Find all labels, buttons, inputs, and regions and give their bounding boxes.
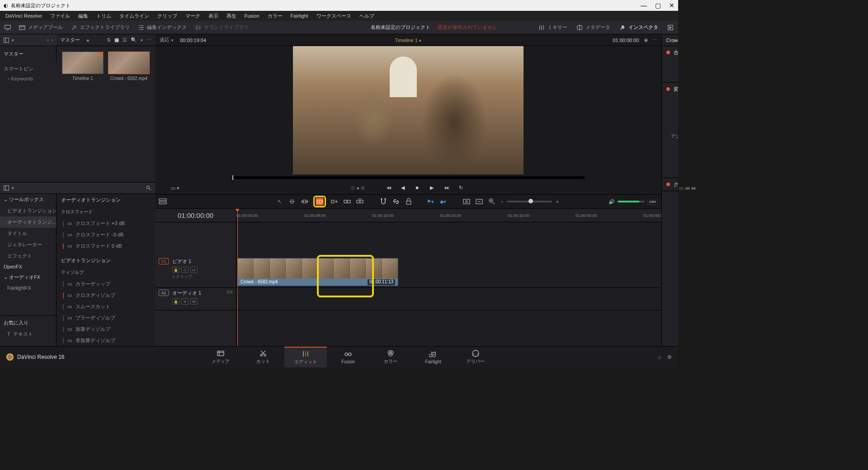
track-v1-lock[interactable]: 🔒 [172, 267, 179, 273]
timeline-view-icon[interactable] [159, 197, 167, 206]
page-color[interactable]: カラー [369, 347, 412, 368]
link-icon[interactable] [392, 197, 400, 206]
playhead[interactable] [237, 209, 238, 346]
page-edit[interactable]: エディット [284, 347, 327, 368]
menu-trim[interactable]: トリム [93, 11, 115, 21]
fx-crossfade-plus3[interactable]: ▭ クロスフェード +3 dB [57, 218, 155, 229]
zoom-to-fit-icon[interactable] [462, 197, 471, 206]
fx-blurdissolve[interactable]: ▭ ブラーディゾルブ [57, 312, 155, 324]
blade-tool[interactable] [316, 197, 324, 206]
detail-zoom-icon[interactable] [475, 197, 483, 206]
filter-chevron-icon[interactable]: ▾ [141, 38, 143, 42]
fxlib-toggle[interactable]: エフェクトライブラリ [71, 24, 130, 31]
menu-file[interactable]: ファイル [47, 11, 74, 21]
fx-tree-openfx[interactable]: OpenFX [0, 262, 56, 272]
menu-clip[interactable]: クリップ [154, 11, 181, 21]
clip-crowd[interactable]: Crowd - 6582.mp4 01:00:11:13 [237, 258, 398, 286]
smartbin-header[interactable]: スマートビン [4, 66, 53, 72]
menu-workspace[interactable]: ワークスペース [313, 11, 355, 21]
mediapool-item-crowd[interactable]: Crowd - 6582.mp4 [108, 52, 150, 81]
breadcrumb-master[interactable]: マスター [60, 37, 80, 43]
fx-colordip[interactable]: ▭ カラーディップ [57, 278, 155, 290]
sort-icon[interactable]: ⇅ [107, 37, 111, 43]
track-a1-mute[interactable]: M [190, 298, 198, 305]
menu-mark[interactable]: マーク [182, 11, 204, 21]
first-frame-button[interactable]: ⏮ [387, 185, 393, 191]
fx-tree-title[interactable]: タイトル [0, 228, 56, 239]
mixer-toggle[interactable]: ミキサー [538, 24, 567, 31]
menu-davinci[interactable]: DaVinci Resolve [2, 12, 46, 20]
overwrite-icon[interactable] [343, 197, 351, 206]
track-a1-lock[interactable]: 🔒 [172, 298, 179, 305]
last-frame-button[interactable]: ⏭ [444, 185, 451, 191]
soundlib-toggle[interactable]: サウンドライブラリ [195, 24, 249, 31]
chevron-left-icon[interactable]: ‹ [47, 38, 48, 42]
menu-view[interactable]: 表示 [205, 11, 222, 21]
monitor-icon[interactable] [5, 24, 11, 31]
scopes-icon[interactable]: ◉ [644, 37, 648, 43]
fx-smoothcut[interactable]: ▭ スムースカット [57, 301, 155, 312]
fx-additivedissolve[interactable]: ▭ 加算ディゾルブ [57, 324, 155, 335]
prev-frame-button[interactable]: ◀ [401, 185, 407, 191]
track-a1-badge[interactable]: A1 [159, 290, 169, 296]
snap-icon[interactable] [379, 197, 387, 206]
loop-button[interactable]: ↻ [459, 185, 465, 191]
track-v1-badge[interactable]: V1 [159, 258, 169, 264]
trim-tool[interactable] [288, 197, 296, 206]
timeline-timecode[interactable]: 01:00:00:00 [155, 209, 236, 222]
fx-crossfade-minus3[interactable]: ▭ クロスフェード -3 dB [57, 229, 155, 240]
menu-fairlight[interactable]: Fairlight [287, 12, 312, 20]
page-fairlight[interactable]: Fairlight [412, 347, 454, 368]
track-header-a1[interactable]: A1 オーディオ 1 2.0 🔒 S M [155, 288, 236, 310]
fx-crossdissolve[interactable]: ▭ クロスディゾルブ [57, 290, 155, 301]
volume-icon[interactable]: 🔊 [609, 199, 615, 205]
menu-help[interactable]: ヘルプ [356, 11, 378, 21]
timeline-ruler[interactable]: 01:00:00:00 01:00:08:00 01:00:16:00 01:0… [236, 209, 661, 222]
track-v1-lane[interactable]: Crowd - 6582.mp4 01:00:11:13 [236, 256, 661, 288]
page-fusion[interactable]: Fusion [327, 347, 369, 368]
fx-tree-fairlightfx[interactable]: FairlightFX [0, 283, 56, 293]
track-v1-disable[interactable]: ▭ [190, 267, 198, 273]
viewer-timecode[interactable]: 01:00:00:00 [613, 38, 639, 43]
viewer-scrubber[interactable] [232, 176, 585, 179]
menu-timeline[interactable]: タイムライン [116, 11, 153, 21]
grid-view-icon[interactable]: ▦ [114, 37, 119, 43]
insert-icon[interactable] [330, 197, 339, 206]
track-v1-auto[interactable]: ◇ [181, 267, 189, 273]
smartbin-keywords[interactable]: › Keywords [4, 76, 53, 81]
fx-tree-generator[interactable]: ジェネレーター [0, 239, 56, 250]
crop-enable-dot[interactable] [666, 183, 670, 186]
fx-fav-text[interactable]: T テキスト [0, 329, 56, 340]
fx-tree-toolbox[interactable]: ⌄ ツールボックス [0, 194, 56, 205]
bin-master[interactable]: マスター [4, 48, 52, 60]
play-button[interactable]: ▶ [430, 185, 436, 191]
inspector-toggle[interactable]: インスペクタ [619, 24, 658, 31]
fx-tree-videotrans[interactable]: ビデオトランジション [0, 205, 56, 216]
arrow-tool[interactable]: ↖ [275, 197, 283, 206]
volume-slider[interactable] [618, 201, 645, 202]
inspector-transform-header[interactable]: 変形 ◆ ↻ [662, 83, 678, 95]
more-icon[interactable]: ⋯ [146, 37, 151, 43]
mediapool-toggle[interactable]: メディアプール [19, 24, 63, 31]
chevron-down-icon[interactable]: ▾ [12, 186, 14, 190]
editindex-toggle[interactable]: 編集インデックス [138, 24, 187, 31]
zoom-out-button[interactable]: − [500, 199, 503, 204]
fx-crossfade-0[interactable]: ▭ クロスフェード 0 dB [57, 240, 155, 252]
replace-icon[interactable] [356, 197, 364, 206]
page-cut[interactable]: カット [242, 347, 284, 368]
fx-nonadditivedissolve[interactable]: ▭ 非加算ディゾルブ [57, 335, 155, 346]
track-a1-lane[interactable] [236, 288, 661, 310]
close-button[interactable]: ✕ [669, 2, 675, 9]
project-settings-icon[interactable]: ⚙ [667, 354, 672, 360]
zoom-slider[interactable] [507, 201, 552, 202]
menu-fusion[interactable]: Fusion [241, 12, 263, 20]
menu-color[interactable]: カラー [264, 11, 286, 21]
minimize-button[interactable]: — [641, 2, 647, 9]
page-media[interactable]: メディア [199, 347, 242, 368]
menu-edit[interactable]: 編集 [75, 11, 92, 21]
fx-tree-audiofx[interactable]: ⌄ オーディオFX [0, 272, 56, 283]
stop-button[interactable]: ■ [415, 185, 422, 191]
panel-icon[interactable] [4, 38, 9, 43]
lock-icon[interactable] [405, 197, 413, 206]
inspector-crop-header[interactable]: クロップ [662, 178, 678, 191]
